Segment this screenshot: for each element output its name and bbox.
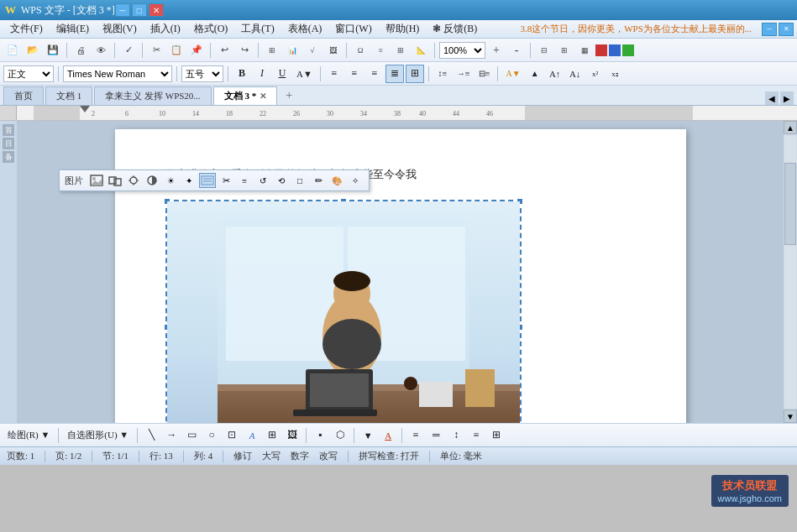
spell-button[interactable]: ✓: [119, 41, 138, 60]
zoom-in-button[interactable]: +: [487, 41, 506, 60]
pt-btn-rotate[interactable]: ↺: [254, 173, 271, 188]
preview-button[interactable]: 👁: [92, 41, 110, 60]
tab-close-icon[interactable]: ✕: [260, 91, 266, 101]
line-color-tool[interactable]: A: [379, 426, 397, 445]
tab-home[interactable]: 首页: [3, 86, 44, 105]
pt-btn-wrap[interactable]: [199, 173, 216, 188]
menu-tools[interactable]: 工具(T): [234, 20, 281, 38]
insert-table-button[interactable]: ⊞: [263, 41, 281, 60]
wordart-tool[interactable]: A: [243, 426, 261, 445]
ribbon-minimize-button[interactable]: ─: [762, 23, 777, 36]
tb-view3[interactable]: ▦: [575, 41, 594, 60]
cut-button[interactable]: ✂: [147, 41, 165, 60]
font-size-down-button[interactable]: A↓: [566, 65, 585, 83]
doc-area[interactable]: 图片 ☀ ✦ ✂ ≡ ↺ ⟲ □ ✏ 🎨: [17, 121, 784, 423]
font-color-button[interactable]: A▼: [293, 65, 316, 83]
pt-btn-border[interactable]: □: [291, 173, 308, 188]
scroll-up-button[interactable]: ▲: [784, 121, 797, 134]
menu-edit[interactable]: 编辑(E): [50, 20, 96, 38]
insert-chart-button[interactable]: 📊: [283, 41, 301, 60]
draw-more2[interactable]: ═: [427, 426, 445, 445]
tb-more1[interactable]: Ω: [351, 41, 370, 60]
image-container[interactable]: [165, 200, 522, 423]
style-select[interactable]: 正文 标题1 标题2: [3, 65, 54, 82]
oval-tool[interactable]: ○: [202, 426, 221, 445]
textbox-tool[interactable]: ⊡: [223, 426, 241, 445]
menu-insert[interactable]: 插入(I): [144, 20, 187, 38]
bold-button[interactable]: B: [233, 65, 251, 83]
autoshape-button[interactable]: 自选图形(U) ▼: [63, 426, 133, 445]
align-justify-button[interactable]: ≣: [385, 65, 404, 83]
tab-add-button[interactable]: +: [279, 86, 299, 105]
menu-window[interactable]: 窗口(W): [328, 20, 378, 38]
pt-btn-crop[interactable]: ✂: [218, 173, 234, 188]
align-center-button[interactable]: ≡: [345, 65, 364, 83]
align-distribute-button[interactable]: ⊞: [406, 65, 424, 83]
scroll-thumb[interactable]: [784, 163, 796, 244]
scroll-track[interactable]: [784, 136, 796, 408]
pt-btn-more2[interactable]: ✦: [181, 173, 197, 188]
highlight-button[interactable]: A▼: [502, 65, 523, 83]
font-select[interactable]: Times New Roman 宋体 黑体: [63, 65, 172, 82]
pt-btn-brightness[interactable]: [125, 173, 142, 188]
font-size-select[interactable]: 五号 四号 三号 小四: [181, 65, 223, 82]
side-icon-3[interactable]: 备: [3, 151, 14, 163]
pt-btn-effect[interactable]: ✧: [347, 173, 364, 188]
minimize-button[interactable]: ─: [115, 3, 130, 17]
menu-feedback[interactable]: ❃ 反馈(B): [426, 20, 484, 38]
menu-file[interactable]: 文件(F): [3, 20, 50, 38]
tb-color2[interactable]: [609, 44, 621, 56]
menu-help[interactable]: 帮助(H): [379, 20, 427, 38]
pt-btn-2[interactable]: [107, 173, 123, 188]
pt-btn-1[interactable]: [88, 173, 105, 188]
pt-btn-layout[interactable]: ≡: [236, 173, 253, 188]
pt-btn-pencil[interactable]: ✏: [310, 173, 327, 188]
tab-prev-button[interactable]: ◀: [765, 91, 779, 105]
pt-btn-color[interactable]: 🎨: [328, 173, 345, 188]
pt-btn-more1[interactable]: ☀: [162, 173, 179, 188]
align-right-button[interactable]: ≡: [365, 65, 384, 83]
clipart-tool[interactable]: 🖼: [283, 426, 301, 445]
tab-doc3[interactable]: 文档 3 * ✕: [213, 86, 278, 105]
tb-color1[interactable]: [595, 44, 607, 56]
draw-button[interactable]: 绘图(R) ▼: [3, 426, 54, 445]
save-button[interactable]: 💾: [44, 41, 62, 60]
paste-button[interactable]: 📌: [187, 41, 206, 60]
italic-button[interactable]: I: [253, 65, 271, 83]
line-tool[interactable]: ╲: [142, 426, 160, 445]
menu-table[interactable]: 表格(A): [281, 20, 329, 38]
draw-more4[interactable]: ≡: [467, 426, 485, 445]
line-spacing-button[interactable]: ↕≡: [433, 65, 452, 83]
side-icon-2[interactable]: 目: [3, 138, 14, 149]
tb-more2[interactable]: ≡: [371, 41, 390, 60]
tb-color3[interactable]: [622, 44, 634, 56]
diagram-tool[interactable]: ⊞: [263, 426, 281, 445]
zoom-select[interactable]: 100% 75% 150%: [439, 42, 485, 59]
zoom-out-button[interactable]: -: [507, 41, 526, 60]
new-button[interactable]: 📄: [3, 41, 22, 60]
tb-view1[interactable]: ⊟: [535, 41, 553, 60]
undo-button[interactable]: ↩: [215, 41, 233, 60]
3d-tool[interactable]: ⬡: [331, 426, 349, 445]
open-button[interactable]: 📂: [24, 41, 42, 60]
tb-view2[interactable]: ⊞: [555, 41, 574, 60]
print-button[interactable]: 🖨: [71, 41, 90, 60]
tab-next-button[interactable]: ▶: [780, 91, 794, 105]
underline-button[interactable]: U: [273, 65, 291, 83]
draw-more5[interactable]: ⊞: [487, 426, 506, 445]
subscript-button[interactable]: x₂: [606, 65, 625, 83]
rect-tool[interactable]: ▭: [182, 426, 201, 445]
scroll-down-button[interactable]: ▼: [784, 409, 797, 423]
tb-more4[interactable]: 📐: [412, 41, 430, 60]
draw-more1[interactable]: ≡: [406, 426, 425, 445]
math-button[interactable]: √: [303, 41, 322, 60]
close-button[interactable]: ✕: [149, 3, 164, 17]
align-left-button[interactable]: ≡: [325, 65, 343, 83]
shadow-tool[interactable]: ▪: [311, 426, 329, 445]
menu-view[interactable]: 视图(V): [96, 20, 144, 38]
maximize-button[interactable]: □: [132, 3, 147, 17]
side-icon-1[interactable]: 首: [3, 124, 14, 136]
tab-doc2[interactable]: 拿来主义 发挥 WPS20...: [94, 86, 211, 105]
tab-doc1[interactable]: 文档 1: [45, 86, 92, 105]
superscript-button[interactable]: x²: [586, 65, 605, 83]
